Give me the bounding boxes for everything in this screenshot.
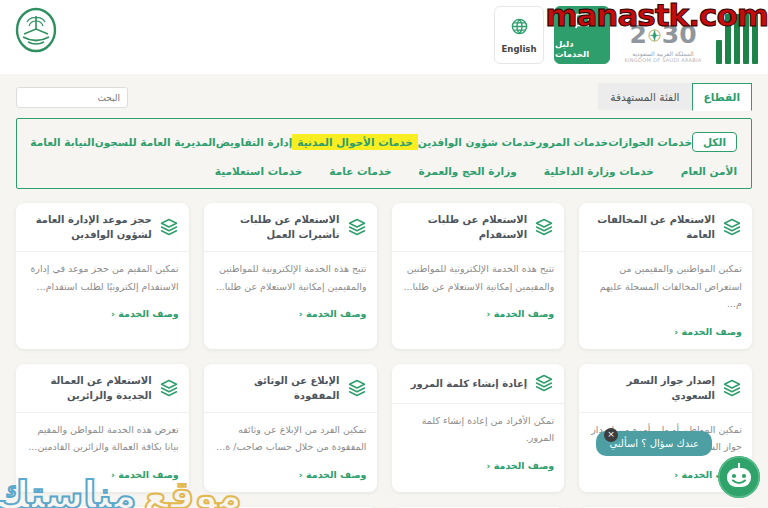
search-input[interactable] bbox=[16, 87, 128, 108]
service-title: الاستعلام عن طلبات تأشيرات العمل bbox=[214, 212, 340, 242]
filter-traffic[interactable]: خدمات المرور bbox=[536, 136, 608, 148]
layers-icon bbox=[347, 217, 367, 237]
layers-icon bbox=[534, 217, 554, 237]
filter-public-prosecution[interactable]: النيابة العامة bbox=[30, 136, 94, 148]
service-description-link[interactable]: وصف الخدمة ‹ bbox=[111, 308, 179, 319]
service-description: تتيح هذه الخدمة الإلكترونية للمواطنين وا… bbox=[214, 260, 367, 295]
vision-english-line: KINGDOM OF SAUDI ARABIA bbox=[620, 57, 706, 63]
service-description-link[interactable]: وصف الخدمة ‹ bbox=[299, 469, 367, 480]
vision-arabic-line: المملكة العربية السعودية bbox=[620, 50, 706, 57]
globe-icon bbox=[510, 17, 529, 38]
service-title: إصدار جواز السفر السعودي bbox=[589, 373, 715, 403]
filter-civil-affairs[interactable]: خدمات الأحوال المدنية bbox=[292, 134, 417, 150]
service-description-link[interactable]: وصف الخدمة ‹ bbox=[299, 308, 367, 319]
layers-icon bbox=[159, 378, 179, 398]
filter-delegations[interactable]: إدارة التفاويض bbox=[216, 136, 293, 148]
filter-passports[interactable]: خدمات الجوازات bbox=[608, 136, 692, 148]
filter-inquiry-services[interactable]: خدمات استعلامية bbox=[215, 165, 303, 177]
service-title: إعادة إنشاء كلمة المرور bbox=[411, 376, 527, 391]
service-description: تمكن الأفراد من إعادة إنشاء كلمة المرور. bbox=[402, 412, 555, 447]
service-card: الاستعلام عن العمالة الجديدة والزائرين ت… bbox=[16, 364, 189, 492]
service-title: الاستعلام عن العمالة الجديدة والزائرين bbox=[26, 373, 152, 403]
filter-public-security[interactable]: الأمن العام bbox=[681, 165, 737, 177]
layers-icon bbox=[159, 217, 179, 237]
service-title: الاستعلام عن طلبات الاستقدام bbox=[402, 212, 528, 242]
layers-icon bbox=[534, 373, 554, 393]
service-title: الإبلاغ عن الوثائق المفقودة bbox=[214, 373, 340, 403]
service-title: الاستعلام عن المخالفات العامة bbox=[589, 212, 715, 242]
layers-icon bbox=[347, 378, 367, 398]
service-card: الاستعلام عن طلبات الاستقدام تتيح هذه ال… bbox=[392, 203, 565, 349]
filter-toolbar: القطاع الفئة المستهدفة bbox=[0, 74, 768, 118]
chat-close-icon[interactable]: × bbox=[604, 428, 618, 442]
service-card: الإبلاغ عن الوثائق المفقودة تمكين الفرد … bbox=[204, 364, 377, 492]
service-description-link[interactable]: وصف الخدمة ‹ bbox=[111, 469, 179, 480]
filter-interior-ministry-services[interactable]: خدمات وزارة الداخلية bbox=[544, 165, 654, 177]
filter-hajj-umrah-ministry[interactable]: وزارة الحج والعمرة bbox=[419, 165, 517, 177]
service-card: الاستعلام عن المخالفات العامة تمكين المو… bbox=[579, 203, 752, 349]
service-description: تتيح هذه الخدمة الإلكترونية للمواطنين وا… bbox=[402, 260, 555, 295]
service-card: الاستعلام عن طلبات تأشيرات العمل تتيح هذ… bbox=[204, 203, 377, 349]
service-description-link[interactable]: وصف الخدمة ‹ bbox=[487, 308, 555, 319]
filter-row-1: الكل خدمات الجوازات خدمات المرور خدمات ش… bbox=[31, 132, 737, 152]
layers-icon bbox=[722, 217, 742, 237]
service-description: تعرض هذه الخدمة للمواطن والمقيم بيانا بك… bbox=[26, 421, 179, 456]
chatbot-avatar-icon[interactable] bbox=[717, 455, 761, 503]
services-guide-label: دليل الخدمات bbox=[555, 39, 609, 59]
filter-general-services[interactable]: خدمات عامة bbox=[329, 165, 391, 177]
service-description-link[interactable]: وصف الخدمة ‹ bbox=[674, 326, 742, 337]
services-grid: الاستعلام عن المخالفات العامة تمكين المو… bbox=[16, 203, 752, 508]
service-description-link[interactable]: وصف الخدمة ‹ bbox=[487, 460, 555, 471]
filter-expatriates-affairs[interactable]: خدمات شؤون الوافدين bbox=[418, 136, 536, 148]
service-description: تمكين المقيم من حجز موعد في إدارة الاستق… bbox=[26, 260, 179, 295]
layers-icon bbox=[722, 378, 742, 398]
sector-filter-panel: الكل خدمات الجوازات خدمات المرور خدمات ش… bbox=[16, 118, 752, 189]
filter-tabs: القطاع الفئة المستهدفة bbox=[598, 82, 752, 110]
tab-target-group[interactable]: الفئة المستهدفة bbox=[598, 83, 691, 110]
filter-row-2: الأمن العام خدمات وزارة الداخلية وزارة ا… bbox=[31, 165, 737, 177]
english-button-label: English bbox=[502, 44, 537, 54]
service-card: إعادة إنشاء كلمة المرور تمكن الأفراد من … bbox=[392, 364, 565, 492]
english-language-button[interactable]: English bbox=[494, 6, 544, 64]
filter-prisons-directorate[interactable]: المديرية العامة للسجون bbox=[95, 136, 216, 148]
ministry-of-interior-logo-icon bbox=[14, 6, 58, 58]
service-card: حجز موعد الإدارة العامة لشؤون الوافدين ت… bbox=[16, 203, 189, 349]
service-title: حجز موعد الإدارة العامة لشؤون الوافدين bbox=[26, 212, 152, 242]
tab-sector[interactable]: القطاع bbox=[692, 83, 752, 111]
filter-all[interactable]: الكل bbox=[692, 132, 737, 152]
service-description: تمكين الفرد من الإبلاغ عن وثائقه المفقود… bbox=[214, 421, 367, 456]
site-watermark-top: manastk.com bbox=[545, 0, 768, 31]
service-description: تمكين المواطنين والمقيمين من استعراض الم… bbox=[589, 260, 742, 313]
